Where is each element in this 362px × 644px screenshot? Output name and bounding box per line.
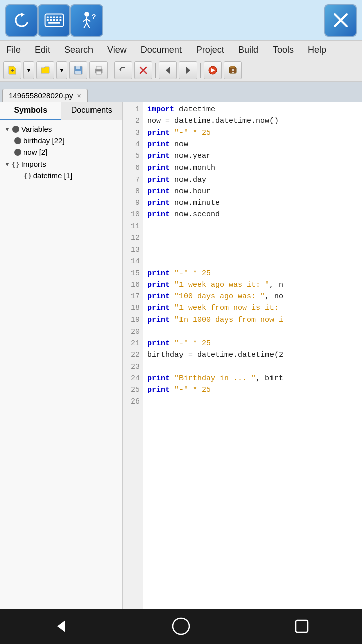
main-area: Symbols Documents ▼ Variables birthday [… <box>0 102 362 609</box>
tree-imports[interactable]: ▼ { } Imports <box>2 158 120 170</box>
label-now: now [2] <box>23 148 47 156</box>
separator-2 <box>155 63 156 78</box>
tree-now[interactable]: now [2] <box>2 146 120 158</box>
print-button[interactable] <box>89 61 108 79</box>
new-file-button[interactable] <box>3 61 21 79</box>
open-file-button[interactable] <box>36 61 54 79</box>
separator-3 <box>200 63 201 78</box>
open-file-dropdown[interactable]: ▼ <box>56 61 67 79</box>
icon-toolbar: ▼ ▼ <box>0 59 362 82</box>
svg-rect-26 <box>76 66 80 69</box>
svg-rect-30 <box>96 71 101 74</box>
menu-bar: File Edit Search View Document Project B… <box>0 40 362 59</box>
home-nav-button[interactable] <box>171 616 191 636</box>
arrow-imports: ▼ <box>4 160 10 168</box>
tab-documents[interactable]: Documents <box>61 102 123 120</box>
label-datetime: datetime [1] <box>33 171 72 180</box>
svg-point-13 <box>84 12 89 17</box>
svg-rect-7 <box>46 19 48 21</box>
recent-nav-button[interactable] <box>292 616 312 636</box>
debug-button[interactable] <box>224 61 242 79</box>
arrow-variables: ▼ <box>4 126 10 133</box>
forward-button[interactable] <box>179 61 197 79</box>
label-variables: Variables <box>21 125 52 133</box>
svg-marker-34 <box>166 67 170 74</box>
menu-file[interactable]: File <box>4 43 23 57</box>
svg-marker-0 <box>21 13 25 17</box>
icon-birthday <box>14 137 21 144</box>
svg-rect-12 <box>48 22 60 24</box>
refresh-button[interactable] <box>5 4 38 37</box>
tree-variables[interactable]: ▼ Variables <box>2 123 120 135</box>
menu-help[interactable]: Help <box>306 43 328 57</box>
tab-close-button[interactable]: × <box>77 92 81 100</box>
svg-line-15 <box>83 19 86 22</box>
run-button[interactable] <box>204 61 222 79</box>
tab-filename: 1496558028020.py <box>9 91 73 100</box>
svg-rect-27 <box>75 71 81 74</box>
back-nav-button[interactable] <box>50 616 70 636</box>
svg-rect-4 <box>53 16 55 18</box>
menu-edit[interactable]: Edit <box>33 43 52 57</box>
tabs-row: 1496558028020.py × <box>0 82 362 102</box>
icon-imports: { } <box>12 160 19 168</box>
save-button[interactable] <box>69 61 87 79</box>
svg-marker-35 <box>186 67 190 74</box>
line-numbers: 12345 678910 1112131415 1617181920 21222… <box>123 102 143 609</box>
icon-datetime: { } <box>24 172 31 179</box>
menu-document[interactable]: Document <box>139 43 184 57</box>
svg-rect-46 <box>296 620 308 632</box>
close-button[interactable] <box>324 4 357 37</box>
file-tab[interactable]: 1496558028020.py × <box>2 89 88 102</box>
keyboard-button[interactable] <box>38 4 70 37</box>
stop-button[interactable] <box>134 61 152 79</box>
svg-line-18 <box>87 23 90 28</box>
svg-line-17 <box>84 23 87 28</box>
new-file-dropdown[interactable]: ▼ <box>23 61 34 79</box>
help-button[interactable]: ? <box>70 4 103 37</box>
icon-variables <box>12 126 19 133</box>
bottom-nav <box>0 609 362 644</box>
menu-project[interactable]: Project <box>194 43 226 57</box>
svg-rect-2 <box>46 16 48 18</box>
icon-now <box>14 149 21 156</box>
tree-datetime[interactable]: { } datetime [1] <box>2 170 120 181</box>
tree-birthday[interactable]: birthday [22] <box>2 135 120 146</box>
svg-rect-6 <box>59 16 61 18</box>
svg-text:?: ? <box>91 13 96 21</box>
svg-marker-44 <box>57 620 65 632</box>
menu-view[interactable]: View <box>105 43 129 57</box>
label-imports: Imports <box>21 159 46 168</box>
menu-tools[interactable]: Tools <box>270 43 296 57</box>
label-birthday: birthday [22] <box>23 136 65 145</box>
sidebar-content: ▼ Variables birthday [22] now [2] ▼ { } … <box>0 120 122 609</box>
svg-rect-11 <box>59 19 61 21</box>
svg-rect-5 <box>56 16 58 18</box>
svg-rect-3 <box>50 16 52 18</box>
separator-1 <box>111 63 111 78</box>
top-toolbar: ? <box>0 0 362 40</box>
sidebar: Symbols Documents ▼ Variables birthday [… <box>0 102 123 609</box>
svg-rect-10 <box>56 19 58 21</box>
back-button[interactable] <box>159 61 177 79</box>
svg-point-45 <box>173 618 189 634</box>
code-editor: 12345 678910 1112131415 1617181920 21222… <box>123 102 362 609</box>
menu-build[interactable]: Build <box>236 43 260 57</box>
svg-line-16 <box>87 19 90 22</box>
svg-rect-29 <box>96 66 101 69</box>
tab-symbols[interactable]: Symbols <box>0 102 61 120</box>
menu-search[interactable]: Search <box>62 43 95 57</box>
code-content[interactable]: import datetime now = datetime.datetime.… <box>143 102 362 609</box>
svg-rect-8 <box>50 19 52 21</box>
sidebar-tabs: Symbols Documents <box>0 102 122 120</box>
svg-rect-40 <box>230 66 235 68</box>
svg-rect-9 <box>53 19 55 21</box>
undo-button[interactable] <box>114 61 132 79</box>
